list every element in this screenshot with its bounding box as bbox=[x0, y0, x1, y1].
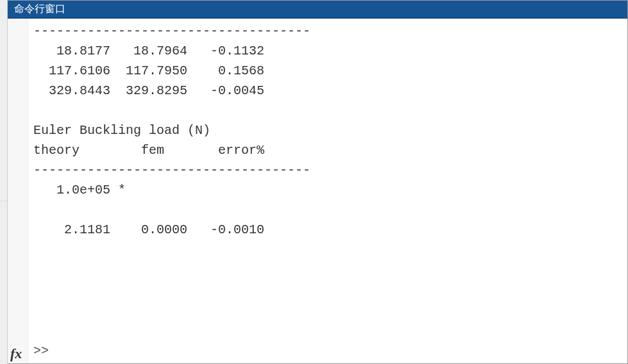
fx-icon[interactable]: fx bbox=[10, 345, 22, 362]
gutter: fx bbox=[8, 19, 28, 363]
side-strip-divider bbox=[0, 201, 7, 201]
command-window: 命令行窗口 fx -------------------------------… bbox=[8, 0, 628, 364]
content-area: fx ------------------------------------ … bbox=[8, 19, 627, 363]
command-output[interactable]: ------------------------------------ 18.… bbox=[28, 19, 627, 363]
side-strip bbox=[0, 0, 8, 364]
window-title: 命令行窗口 bbox=[14, 3, 65, 14]
output-text: ------------------------------------ 18.… bbox=[33, 24, 310, 237]
title-bar[interactable]: 命令行窗口 bbox=[8, 1, 627, 19]
command-prompt[interactable]: >> bbox=[33, 341, 49, 361]
